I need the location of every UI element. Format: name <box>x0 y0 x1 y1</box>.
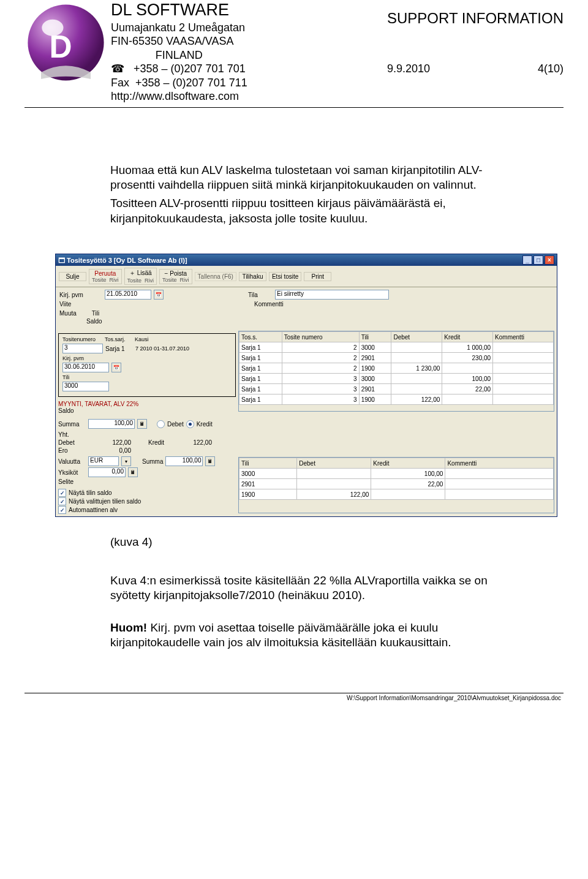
summa2-input[interactable]: 100,00 <box>165 456 203 466</box>
box-tili-input[interactable]: 3000 <box>62 382 109 391</box>
phone-line: ☎ +358 – (0)207 701 701 <box>111 62 247 76</box>
tositenro-field[interactable]: 3 <box>62 344 103 353</box>
embedded-screenshot: 🗔 Tositesyöttö 3 [Oy DL Software Ab (I)]… <box>55 254 557 517</box>
window-titlebar[interactable]: 🗔 Tositesyöttö 3 [Oy DL Software Ab (I)]… <box>56 254 557 266</box>
paragraph-2: Tositteen ALV-prosentti riippuu tosittee… <box>110 196 514 226</box>
calc-icon[interactable]: 🖩 <box>137 419 147 429</box>
summa-input[interactable]: 100,00 <box>88 419 135 429</box>
chk2-checkbox[interactable]: ✓ <box>58 497 66 505</box>
fax-line: Fax +358 – (0)207 701 711 <box>111 76 247 90</box>
calc-icon[interactable]: 🖩 <box>205 456 215 466</box>
kausi-field: 7 2010 01-31.07.2010 <box>135 345 189 352</box>
valuutta-select[interactable]: EUR <box>88 456 119 466</box>
company-logo: D <box>24 1 107 84</box>
kirjpvm-input[interactable]: 21.05.2010 <box>105 290 151 300</box>
huom-label: Huom! <box>110 621 147 634</box>
entries-grid[interactable]: Tos.s.Tosite numeroTiliDebetKreditKommen… <box>238 331 554 412</box>
minimize-button[interactable]: _ <box>522 255 532 265</box>
lisaa-button[interactable]: ＋ LisääTosite Rivi <box>124 268 157 285</box>
yht-kredit-value: 122,00 <box>175 439 212 446</box>
header-right-block: SUPPORT INFORMATION 9.9.2010 4(10) <box>387 0 564 75</box>
bottom-p1: Kuva 4:n esimerkissä tosite käsitellään … <box>110 573 514 603</box>
etsitosite-button[interactable]: Etsi tosite <box>269 272 301 281</box>
doc-title: SUPPORT INFORMATION <box>387 10 564 27</box>
figure-label: (kuva 4) <box>110 535 564 549</box>
url-line: http://www.dlsoftware.com <box>111 89 247 104</box>
doc-date: 9.9.2010 <box>387 62 430 75</box>
document-header: D DL SOFTWARE Uumajankatu 2 Umeågatan FI… <box>24 0 564 108</box>
kirjpvm-label: Kirj. pvm <box>59 292 102 298</box>
tossarj-field: Sarja 1 <box>105 345 133 352</box>
ero-value: 0,00 <box>88 447 131 454</box>
yksikot-input[interactable]: 0,00 <box>88 467 126 477</box>
debet-radio[interactable] <box>157 420 165 428</box>
chk3-checkbox[interactable]: ✓ <box>58 506 66 514</box>
poista-button[interactable]: − PoistaTosite Rivi <box>159 269 192 284</box>
address-line-1: Uumajankatu 2 Umeågatan <box>111 21 247 35</box>
company-info-block: DL SOFTWARE Uumajankatu 2 Umeågatan FIN-… <box>111 0 247 104</box>
window-title: Tositesyöttö 3 [Oy DL Software Ab (I)] <box>67 257 187 264</box>
app-icon: 🗔 <box>58 257 65 264</box>
phone-icon: ☎ <box>111 62 124 75</box>
summary-grid[interactable]: TiliDebetKreditKommentti3000100,00290122… <box>238 457 554 513</box>
close-button[interactable]: × <box>545 255 554 265</box>
maximize-button[interactable]: □ <box>533 255 543 265</box>
highlight-box: Tositenumero Tos.sarj. Kausi 3 Sarja 1 7… <box>58 333 236 397</box>
viite-label: Viite <box>59 301 102 307</box>
tila-input[interactable]: Ei siirretty <box>275 290 389 300</box>
kommentti-label: Kommentti <box>254 301 288 307</box>
calc-icon[interactable]: 🖩 <box>128 467 138 477</box>
tili-head-label: Tili <box>86 310 105 317</box>
calendar-icon[interactable]: 📅 <box>154 290 164 300</box>
dropdown-icon[interactable]: ▾ <box>121 456 131 466</box>
yht-debet-value: 122,00 <box>88 439 131 446</box>
tallenna-button[interactable]: Tallenna (F6) <box>195 272 236 281</box>
page-number: 4(10) <box>538 62 564 75</box>
company-name: DL SOFTWARE <box>111 0 247 21</box>
bottom-text: Kuva 4:n esimerkissä tosite käsitellään … <box>110 573 514 650</box>
chk1-checkbox[interactable]: ✓ <box>58 489 66 497</box>
sulje-button[interactable]: Sulje <box>59 272 86 281</box>
saldo-head-label: Saldo <box>86 318 105 325</box>
svg-text:D: D <box>50 29 72 64</box>
huom-paragraph: Huom! Kirj. pvm voi asettaa toiselle päi… <box>110 621 514 651</box>
muuta-label: Muuta <box>59 310 84 317</box>
footer-path: W:\Support Information\Momsandringar_201… <box>24 693 564 701</box>
print-button[interactable]: Print <box>304 272 331 281</box>
calendar-icon[interactable]: 📅 <box>111 363 121 372</box>
box-kirjpvm-input[interactable]: 30.06.2010 <box>62 363 109 372</box>
address-line-2: FIN-65350 VAASA/VASA <box>111 34 247 48</box>
body-text: Huomaa että kun ALV laskelma tulostetaan… <box>110 163 514 226</box>
tilihaku-button[interactable]: Tilihaku <box>239 272 266 281</box>
account-name-red: MYYNTI, TAVARAT, ALV 22% <box>58 401 236 407</box>
tila-label: Tila <box>248 292 273 298</box>
app-toolbar: Sulje PeruutaTosite Rivi ＋ LisääTosite R… <box>56 266 557 287</box>
peruuta-button[interactable]: PeruutaTosite Rivi <box>89 269 122 284</box>
paragraph-1: Huomaa että kun ALV laskelma tulostetaan… <box>110 163 514 193</box>
address-line-3: FINLAND <box>111 48 247 62</box>
kredit-radio[interactable] <box>186 420 194 428</box>
